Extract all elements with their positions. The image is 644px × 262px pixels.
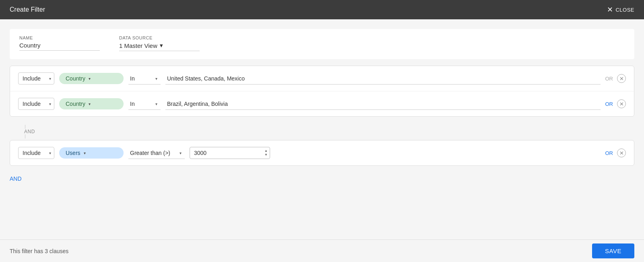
include-select-wrapper-3: Include Exclude ▾ (18, 147, 54, 159)
clauses-group-2: Include Exclude ▾ Users ▾ Greater than (… (10, 140, 634, 166)
clause-actions-2: OR ✕ (605, 99, 626, 108)
include-select-1[interactable]: Include Exclude (18, 72, 54, 85)
spinner-down-3[interactable]: ▼ (264, 153, 268, 157)
spinner-up-3[interactable]: ▲ (264, 149, 268, 153)
dialog-footer: This filter has 3 clauses SAVE (0, 239, 644, 262)
include-select-wrapper-2: Include Exclude ▾ (18, 98, 54, 110)
operator-wrapper-2: In Not In Equals ▾ (128, 98, 161, 110)
datasource-select[interactable]: 1 Master View ▾ (119, 42, 200, 51)
dialog-title: Create Filter (10, 6, 45, 13)
field-name-3: Users (66, 150, 80, 156)
create-filter-dialog: Create Filter ✕ CLOSE Name Country Data … (0, 0, 644, 262)
filter-status: This filter has 3 clauses (10, 248, 68, 254)
add-and-button[interactable]: AND (10, 172, 22, 185)
operator-select-3[interactable]: Greater than (>) Less than (<) Equals (128, 147, 185, 159)
include-select-3[interactable]: Include Exclude (18, 147, 54, 159)
dialog-content: Name Country Data source 1 Master View ▾… (0, 19, 644, 239)
and-line-bottom (25, 134, 25, 138)
or-label-1: OR (605, 76, 613, 82)
dialog-header: Create Filter ✕ CLOSE (0, 0, 644, 19)
field-name-1: Country (66, 75, 85, 82)
include-select-wrapper-1: Include Exclude ▾ (18, 72, 54, 85)
clauses-group-1: Include Exclude ▾ Country ▾ In Not In Eq… (10, 66, 634, 117)
close-label: CLOSE (615, 7, 634, 13)
operator-select-2[interactable]: In Not In Equals (128, 98, 161, 110)
close-icon: ✕ (607, 5, 613, 14)
value-input-3[interactable] (190, 147, 270, 159)
or-label-3[interactable]: OR (605, 150, 613, 156)
operator-wrapper-1: In Not In Equals ▾ (128, 73, 161, 85)
operator-select-1[interactable]: In Not In Equals (128, 73, 161, 85)
name-field-group: Name Country (19, 35, 100, 51)
and-line-top (25, 125, 25, 129)
name-label: Name (19, 35, 100, 40)
field-pill-3[interactable]: Users ▾ (59, 147, 124, 159)
form-fields: Name Country Data source 1 Master View ▾ (10, 29, 634, 59)
field-pill-arrow-3: ▾ (84, 151, 86, 155)
include-select-2[interactable]: Include Exclude (18, 98, 54, 110)
or-label-2[interactable]: OR (605, 101, 613, 107)
value-input-1[interactable] (165, 73, 601, 85)
datasource-field-group: Data source 1 Master View ▾ (119, 35, 200, 51)
field-pill-2[interactable]: Country ▾ (59, 98, 124, 109)
remove-clause-1[interactable]: ✕ (617, 74, 626, 83)
field-name-2: Country (66, 101, 85, 107)
value-input-2[interactable] (165, 98, 601, 110)
clause-row-1: Include Exclude ▾ Country ▾ In Not In Eq… (10, 66, 634, 91)
clause-actions-1: OR ✕ (605, 74, 626, 83)
operator-wrapper-3: Greater than (>) Less than (<) Equals ▾ (128, 147, 185, 159)
save-button[interactable]: SAVE (592, 243, 634, 258)
field-pill-arrow-2: ▾ (89, 102, 91, 106)
clause-actions-3: OR ✕ (605, 149, 626, 157)
number-input-wrapper-3: ▲ ▼ (190, 147, 270, 159)
name-value: Country (19, 42, 100, 51)
remove-clause-2[interactable]: ✕ (617, 99, 626, 108)
and-text: AND (24, 129, 35, 134)
close-button[interactable]: ✕ CLOSE (607, 5, 634, 14)
clause-row-3: Include Exclude ▾ Users ▾ Greater than (… (10, 140, 634, 165)
datasource-value: 1 Master View (119, 42, 157, 49)
number-spinners-3: ▲ ▼ (264, 149, 268, 157)
field-pill-arrow-1: ▾ (89, 76, 91, 81)
clause-row-2: Include Exclude ▾ Country ▾ In Not In Eq… (10, 91, 634, 116)
remove-clause-3[interactable]: ✕ (617, 149, 626, 157)
field-pill-1[interactable]: Country ▾ (59, 73, 124, 84)
datasource-dropdown-icon: ▾ (160, 42, 163, 49)
and-connector: AND (10, 123, 634, 140)
datasource-label: Data source (119, 35, 200, 40)
